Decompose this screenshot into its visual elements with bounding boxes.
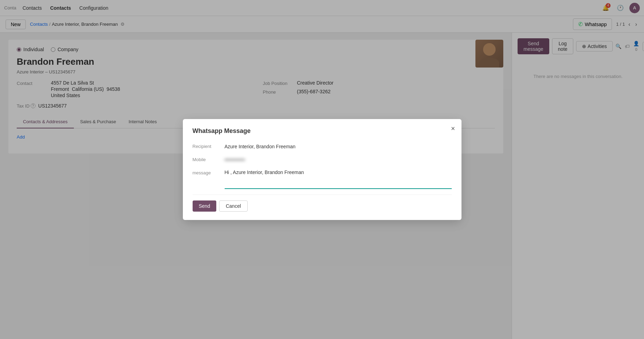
modal-title: Whatsapp Message bbox=[193, 127, 452, 135]
message-textarea[interactable] bbox=[225, 168, 452, 189]
modal-recipient-field: Recipient Azure Interior, Brandon Freema… bbox=[193, 142, 452, 149]
recipient-label: Recipient bbox=[193, 142, 220, 149]
mobile-value: •••••••••••• bbox=[225, 155, 245, 163]
whatsapp-modal: Whatsapp Message × Recipient Azure Inter… bbox=[183, 119, 461, 220]
recipient-value: Azure Interior, Brandon Freeman bbox=[225, 142, 296, 149]
modal-message-field: message bbox=[193, 168, 452, 189]
modal-divider bbox=[193, 195, 452, 195]
modal-mobile-field: Mobile •••••••••••• bbox=[193, 155, 452, 163]
modal-send-button[interactable]: Send bbox=[193, 200, 217, 212]
close-icon: × bbox=[451, 125, 455, 132]
modal-overlay: Whatsapp Message × Recipient Azure Inter… bbox=[0, 0, 644, 339]
modal-cancel-button[interactable]: Cancel bbox=[219, 200, 248, 212]
message-label: message bbox=[193, 168, 220, 175]
mobile-label: Mobile bbox=[193, 155, 220, 162]
modal-close-button[interactable]: × bbox=[451, 125, 455, 133]
modal-actions: Send Cancel bbox=[193, 200, 452, 212]
